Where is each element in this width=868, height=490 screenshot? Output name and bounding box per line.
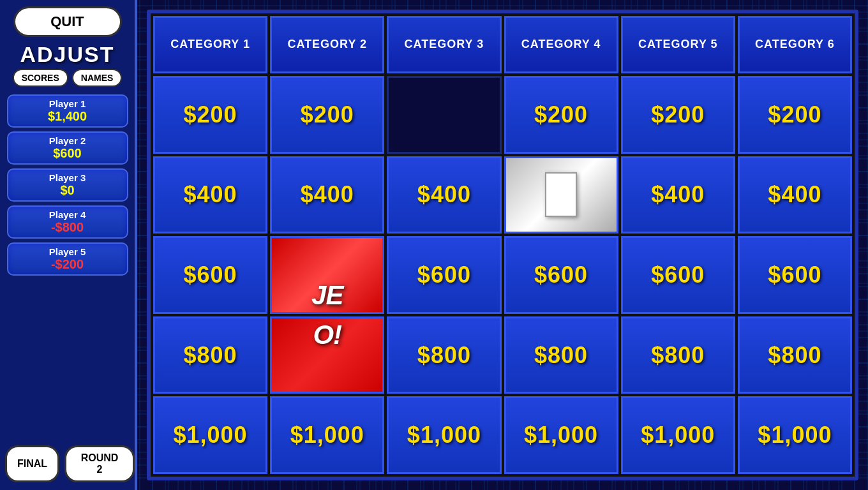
value-r5-c2-text: $1,000 [290,422,364,449]
adjust-buttons: SCORES NAMES [13,69,123,87]
value-r2-c5-text: $400 [651,181,705,208]
value-r5-c6-text: $1,000 [758,422,832,449]
player-4-score: -$800 [13,220,122,235]
cell-r4-c3[interactable]: $800 [387,316,501,394]
cell-r4-c4[interactable]: $800 [504,316,618,394]
value-r1-c6-text: $200 [768,101,821,128]
category-3-text: CATEGORY 3 [405,37,484,52]
value-r1-c1-text: $200 [184,101,237,128]
value-r3-c1-text: $600 [184,262,237,288]
player-4-card: Player 4 -$800 [7,205,128,239]
cell-r4-c5[interactable]: $800 [621,316,735,394]
player-1-name: Player 1 [13,98,122,109]
value-r4-c1-text: $800 [184,342,237,369]
value-r3-c6-text: $600 [768,262,821,288]
category-1: CATEGORY 1 [153,16,267,73]
cell-r4-c2[interactable]: O! [270,316,384,394]
game-board: CATEGORY 1CATEGORY 2CATEGORY 3CATEGORY 4… [147,10,858,480]
value-r3-c3-text: $600 [417,262,471,288]
player-1-card: Player 1 $1,400 [7,94,128,128]
player-2-card: Player 2 $600 [7,131,128,165]
player-2-name: Player 2 [13,135,122,146]
category-2-text: CATEGORY 2 [287,37,367,52]
player-3-score: $0 [13,183,122,198]
value-r2-c3-text: $400 [417,181,471,208]
cell-r1-c5[interactable]: $200 [621,76,735,154]
value-r4-c5-text: $800 [651,342,705,369]
value-r5-c4-text: $1,000 [524,422,598,449]
quit-button[interactable]: QUIT [13,6,122,37]
bottom-buttons: FINAL ROUND 2 [5,445,135,482]
cell-r5-c3[interactable]: $1,000 [387,396,501,474]
cell-r2-c2[interactable]: $400 [270,156,384,234]
category-6-text: CATEGORY 6 [755,37,835,52]
cell-r3-c5[interactable]: $600 [621,236,735,314]
cell-r1-c3 [387,76,501,154]
cell-r1-c6[interactable]: $200 [738,76,852,154]
value-r2-c6-text: $400 [768,181,821,208]
player-3-card: Player 3 $0 [7,168,128,202]
category-1-text: CATEGORY 1 [170,37,250,52]
cell-r4-c1[interactable]: $800 [153,316,267,394]
cell-r5-c4[interactable]: $1,000 [504,396,618,474]
cell-r3-c3[interactable]: $600 [387,236,501,314]
cell-r5-c6[interactable]: $1,000 [738,396,852,474]
value-r4-c4-text: $800 [534,342,588,369]
value-r3-c4-text: $600 [534,262,588,288]
value-r2-c1-text: $400 [184,181,237,208]
value-r1-c2-text: $200 [301,101,354,128]
cell-r5-c1[interactable]: $1,000 [153,396,267,474]
cell-r5-c5[interactable]: $1,000 [621,396,735,474]
names-button[interactable]: NAMES [72,69,123,87]
cell-r2-c3[interactable]: $400 [387,156,501,234]
player-5-score: -$200 [13,257,122,272]
category-2: CATEGORY 2 [270,16,384,73]
cell-r3-c1[interactable]: $600 [153,236,267,314]
value-r5-c3-text: $1,000 [407,422,481,449]
category-6: CATEGORY 6 [738,16,852,73]
scores-button[interactable]: SCORES [13,69,68,87]
category-4-text: CATEGORY 4 [521,37,601,52]
cell-r1-c1[interactable]: $200 [153,76,267,154]
cell-r5-c2[interactable]: $1,000 [270,396,384,474]
cell-r2-c4[interactable] [504,156,618,234]
player-4-name: Player 4 [13,209,122,220]
category-5: CATEGORY 5 [621,16,735,73]
cell-r3-c6[interactable]: $600 [738,236,852,314]
final-button[interactable]: FINAL [5,445,59,482]
sidebar: QUIT ADJUST SCORES NAMES Player 1 $1,400… [0,0,137,490]
cell-r1-c4[interactable]: $200 [504,76,618,154]
value-r1-c4-text: $200 [534,101,588,128]
round2-button[interactable]: ROUND 2 [64,445,135,482]
category-3: CATEGORY 3 [387,16,501,73]
cell-r3-c4[interactable]: $600 [504,236,618,314]
player-1-score: $1,400 [13,109,122,124]
cell-r4-c6[interactable]: $800 [738,316,852,394]
cell-r2-c6[interactable]: $400 [738,156,852,234]
cell-r3-c2[interactable]: JE [270,236,384,314]
value-r2-c2-text: $400 [301,181,354,208]
category-4: CATEGORY 4 [504,16,618,73]
player-3-name: Player 3 [13,172,122,183]
cell-r2-c1[interactable]: $400 [153,156,267,234]
category-5-text: CATEGORY 5 [638,37,718,52]
value-r4-c3-text: $800 [417,342,471,369]
value-r4-c6-text: $800 [768,342,821,369]
value-r5-c5-text: $1,000 [641,422,715,449]
cell-r1-c2[interactable]: $200 [270,76,384,154]
player-5-card: Player 5 -$200 [7,242,128,276]
value-r3-c5-text: $600 [651,262,705,288]
adjust-label: ADJUST [20,43,114,65]
value-r1-c5-text: $200 [651,101,705,128]
value-r5-c1-text: $1,000 [174,422,248,449]
cell-r2-c5[interactable]: $400 [621,156,735,234]
player-2-score: $600 [13,146,122,161]
player-5-name: Player 5 [13,246,122,257]
